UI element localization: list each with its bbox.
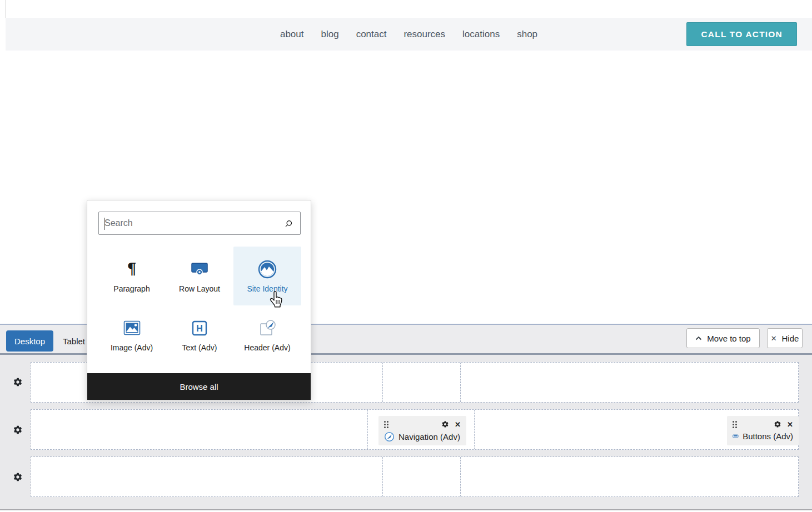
block-tile-text-adv[interactable]: H Text (Adv) <box>166 305 233 364</box>
search-box <box>98 212 301 235</box>
nav-link-locations[interactable]: locations <box>462 29 500 40</box>
svg-text:H: H <box>196 324 203 333</box>
drag-handle-icon[interactable] <box>733 421 737 428</box>
hide-button[interactable]: ✕ Hide <box>767 328 803 348</box>
block-remove-icon[interactable]: ✕ <box>455 421 461 428</box>
header-adv-icon <box>259 318 276 338</box>
close-icon: ✕ <box>771 335 777 342</box>
screen: about blog contact resources locations s… <box>0 0 812 512</box>
move-to-top-button[interactable]: Move to top <box>686 328 760 348</box>
preview-frame-edge <box>6 0 6 18</box>
move-to-top-label: Move to top <box>707 334 750 343</box>
column-divider <box>382 363 383 402</box>
block-tile-header-adv[interactable]: Header (Adv) <box>233 305 301 364</box>
hide-label: Hide <box>782 334 799 343</box>
image-adv-icon <box>123 318 141 338</box>
compass-icon <box>384 431 395 442</box>
block-label: Navigation (Adv) <box>398 432 460 441</box>
row-bottom-settings-gear-icon[interactable] <box>13 472 23 482</box>
block-settings-gear-icon[interactable] <box>441 420 449 428</box>
drag-handle-icon[interactable] <box>384 421 388 428</box>
row-main-settings-gear-icon[interactable] <box>13 425 23 435</box>
column-divider <box>474 410 475 449</box>
column-divider <box>460 457 461 496</box>
nav-link-shop[interactable]: shop <box>517 29 537 40</box>
hand-cursor-icon <box>268 290 283 308</box>
builder-row-main[interactable]: ✕ Navigation (Adv) ✕ <box>31 409 799 450</box>
browse-all-button[interactable]: Browse all <box>87 373 311 400</box>
block-tile-site-identity[interactable]: Site Identity <box>233 247 301 305</box>
row-layout-icon <box>191 259 208 279</box>
nav-link-blog[interactable]: blog <box>321 29 338 40</box>
block-label: Buttons (Adv) <box>743 431 793 441</box>
search-input[interactable] <box>99 218 283 228</box>
cta-button[interactable]: CALL TO ACTION <box>686 22 797 46</box>
block-settings-gear-icon[interactable] <box>774 420 781 428</box>
block-tile-paragraph[interactable]: ¶ Paragraph <box>98 247 166 305</box>
buttons-adv-block[interactable]: ✕ Buttons (Adv) <box>727 416 799 445</box>
row-top-settings-gear-icon[interactable] <box>13 377 23 387</box>
column-divider <box>382 457 383 496</box>
column-divider <box>460 363 461 402</box>
site-identity-icon <box>257 259 277 279</box>
chevron-up-icon <box>695 336 702 340</box>
text-caret <box>104 218 104 230</box>
builder-row-bottom[interactable] <box>31 456 799 497</box>
block-tile-row-layout[interactable]: Row Layout <box>166 247 233 305</box>
preview-navbar: about blog contact resources locations s… <box>6 18 812 51</box>
block-remove-icon[interactable]: ✕ <box>787 421 793 428</box>
tab-desktop[interactable]: Desktop <box>6 330 53 352</box>
navigation-adv-block[interactable]: ✕ Navigation (Adv) <box>378 416 466 445</box>
text-adv-icon: H <box>192 318 207 338</box>
nav-link-contact[interactable]: contact <box>356 29 387 40</box>
block-tile-image-adv[interactable]: Image (Adv) <box>98 305 166 364</box>
nav-link-resources[interactable]: resources <box>403 29 445 40</box>
column-divider <box>367 410 368 449</box>
paragraph-icon: ¶ <box>127 259 136 279</box>
page-bottom-border <box>0 509 812 510</box>
button-icon <box>733 433 739 440</box>
search-icon <box>283 218 294 229</box>
nav-link-about[interactable]: about <box>280 29 304 40</box>
